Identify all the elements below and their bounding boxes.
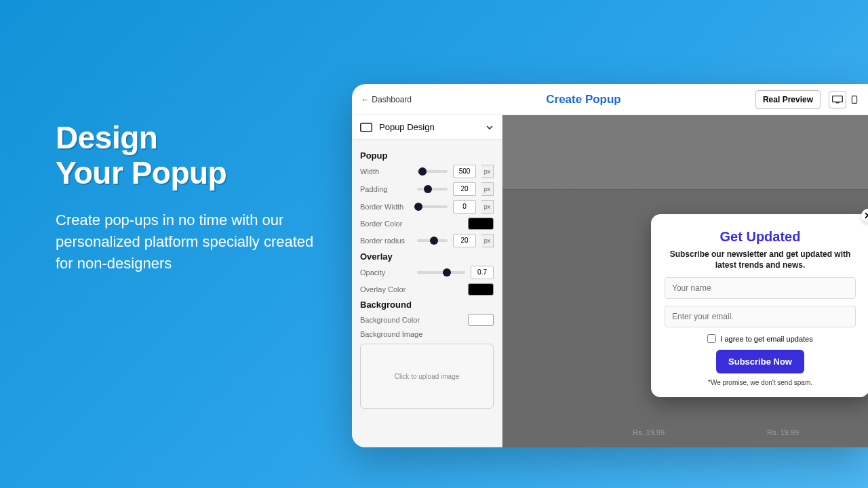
section-background-title: Background xyxy=(360,300,494,310)
hero-subtitle: Create pop-ups in no time with our perso… xyxy=(56,209,320,274)
desktop-icon xyxy=(832,96,843,104)
workspace: Popup Design Popup Width 500 px Padding … xyxy=(352,115,868,447)
border-radius-slider[interactable] xyxy=(417,235,448,246)
page-title: Create Popup xyxy=(420,93,747,106)
padding-label: Padding xyxy=(360,185,412,193)
svg-rect-0 xyxy=(833,96,843,102)
bg-image-row: Background Image xyxy=(360,330,494,338)
marketing-hero: Design Your Popup Create pop-ups in no t… xyxy=(56,121,320,274)
overlay-color-row: Overlay Color xyxy=(360,283,494,296)
email-input[interactable] xyxy=(665,306,856,327)
consent-row[interactable]: I agree to get email updates xyxy=(665,334,856,343)
hero-title-line2: Your Popup xyxy=(56,155,226,190)
padding-slider[interactable] xyxy=(417,184,448,195)
border-width-unit: px xyxy=(481,200,494,214)
popup-preview: ✕ Get Updated Subscribe our newsletter a… xyxy=(651,214,868,397)
section-popup-title: Popup xyxy=(360,150,494,161)
product-price-b: Rs. 19.99 xyxy=(767,428,799,436)
border-width-slider[interactable] xyxy=(417,201,448,212)
bg-color-label: Background Color xyxy=(360,316,428,324)
opacity-slider[interactable] xyxy=(417,267,465,278)
consent-checkbox[interactable] xyxy=(707,334,716,343)
svg-rect-2 xyxy=(852,96,856,103)
width-slider[interactable] xyxy=(417,166,448,177)
border-width-label: Border Width xyxy=(360,203,412,211)
opacity-value[interactable]: 0.7 xyxy=(471,266,494,279)
popup-heading: Get Updated xyxy=(665,229,856,245)
tablet-icon xyxy=(850,96,859,104)
real-preview-button[interactable]: Real Preview xyxy=(755,90,821,109)
subscribe-button[interactable]: Subscribe Now xyxy=(716,350,804,373)
tablet-preview-button[interactable] xyxy=(850,91,859,108)
desktop-preview-button[interactable] xyxy=(829,91,846,108)
name-input[interactable] xyxy=(665,277,856,299)
preview-pane: Rs. 19.99 Rs. 19.99 ✕ Get Updated Subscr… xyxy=(502,115,868,447)
app-window: ← Dashboard Create Popup Real Preview Po… xyxy=(352,84,868,447)
device-preview-switcher xyxy=(829,91,859,108)
image-upload-dropzone[interactable]: Click to upload image xyxy=(360,344,494,409)
border-color-swatch[interactable] xyxy=(468,218,494,230)
border-radius-label: Border radius xyxy=(360,237,412,245)
border-radius-value[interactable]: 20 xyxy=(453,234,476,247)
chevron-down-icon xyxy=(486,123,494,131)
border-color-row: Border Color xyxy=(360,218,494,230)
border-radius-row: Border radius 20 px xyxy=(360,234,494,247)
overlay-color-swatch[interactable] xyxy=(468,283,494,296)
overlay-color-label: Overlay Color xyxy=(360,285,412,293)
opacity-row: Opacity 0.7 xyxy=(360,266,494,279)
popup-close-button[interactable]: ✕ xyxy=(861,209,868,222)
padding-value[interactable]: 20 xyxy=(453,182,476,196)
popup-subheading: Subscribe our newsletter and get updated… xyxy=(665,249,856,270)
width-value[interactable]: 500 xyxy=(453,165,476,178)
padding-row: Padding 20 px xyxy=(360,182,494,196)
hero-title-line1: Design xyxy=(56,120,157,155)
border-color-label: Border Color xyxy=(360,220,412,228)
border-width-row: Border Width 0 px xyxy=(360,200,494,214)
popup-disclaimer: *We promise, we don't send spam. xyxy=(665,379,856,386)
consent-label: I agree to get email updates xyxy=(720,335,812,343)
panel-header-label: Popup Design xyxy=(379,122,435,132)
store-header-ghost xyxy=(502,115,868,190)
section-overlay-title: Overlay xyxy=(360,251,494,262)
popup-icon xyxy=(360,123,372,132)
border-width-value[interactable]: 0 xyxy=(453,200,476,214)
svg-rect-1 xyxy=(835,102,839,103)
product-price-a: Rs. 19.99 xyxy=(633,428,665,436)
border-radius-unit: px xyxy=(481,234,494,247)
bg-image-label: Background Image xyxy=(360,330,441,338)
topbar: ← Dashboard Create Popup Real Preview xyxy=(352,84,868,115)
width-unit: px xyxy=(481,165,494,178)
back-to-dashboard-button[interactable]: ← Dashboard xyxy=(361,95,412,104)
bg-color-row: Background Color xyxy=(360,314,494,326)
svg-rect-3 xyxy=(361,123,372,131)
width-row: Width 500 px xyxy=(360,165,494,178)
design-panel: Popup Design Popup Width 500 px Padding … xyxy=(352,115,502,447)
hero-title: Design Your Popup xyxy=(56,121,320,190)
width-label: Width xyxy=(360,167,412,176)
opacity-label: Opacity xyxy=(360,268,412,277)
upload-text: Click to upload image xyxy=(395,373,460,380)
bg-color-swatch[interactable] xyxy=(468,314,494,326)
panel-body: Popup Width 500 px Padding 20 px Border … xyxy=(352,140,502,409)
panel-section-toggle[interactable]: Popup Design xyxy=(352,115,502,140)
padding-unit: px xyxy=(481,182,494,196)
